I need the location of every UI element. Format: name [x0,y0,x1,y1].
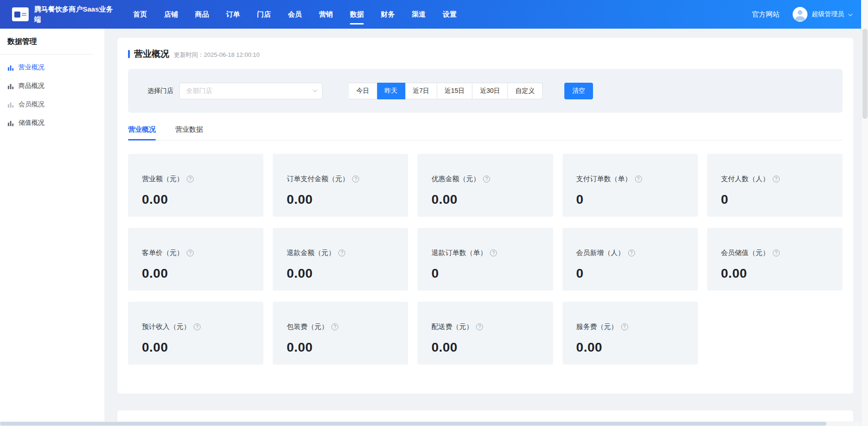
help-icon[interactable]: ? [194,323,201,330]
logo-icon [12,7,29,21]
stat-label: 支付人数（人） ? [721,175,843,183]
stat-card: 营业额（元） ? 0.00 [128,154,263,217]
sidebar-item[interactable]: 储值概况 [0,114,104,132]
help-icon[interactable]: ? [483,176,490,183]
stat-label-text: 包装费（元） [287,323,328,331]
stat-label: 订单支付金额（元） ? [287,175,408,183]
stat-label-text: 客单价（元） [142,249,183,257]
help-icon[interactable]: ? [773,176,780,183]
stat-value: 0.00 [431,192,553,207]
stat-value: 0.00 [287,192,408,207]
nav-item[interactable]: 数据 [350,0,364,29]
stat-label-text: 会员新增（人） [576,249,625,257]
chevron-down-icon [313,87,318,92]
help-icon[interactable]: ? [331,323,338,330]
help-icon[interactable]: ? [621,323,628,330]
date-range-button[interactable]: 近30日 [472,83,508,99]
nav-item[interactable]: 首页 [133,0,147,29]
official-website-link[interactable]: 官方网站 [752,10,780,19]
stat-label: 会员储值（元） ? [721,249,843,257]
vertical-scrollbar[interactable] [861,0,868,426]
vertical-scrollbar-thumb[interactable] [862,29,868,119]
stats-grid: 营业额（元） ? 0.00 订单支付金额（元） ? 0.00 [128,154,843,365]
bar-chart-icon [7,83,14,90]
stat-label-text: 预计收入（元） [142,323,190,331]
help-icon[interactable]: ? [338,250,345,256]
help-icon[interactable]: ? [187,250,194,256]
stat-value: 0 [431,266,553,281]
stat-card: 配送费（元） ? 0.00 [417,302,553,365]
sidebar-item[interactable]: 会员概况 [0,95,104,114]
sidebar-menu: 营业概况 商品概况 [0,55,104,132]
stat-value: 0.00 [142,340,263,355]
tab[interactable]: 营业概况 [128,125,156,140]
stat-card: 优惠金额（元） ? 0.00 [417,154,553,217]
stat-label: 营业额（元） ? [142,175,263,183]
stat-card: 支付订单数（单） ? 0 [562,154,698,217]
horizontal-scrollbar[interactable] [0,421,861,426]
date-range-button[interactable]: 昨天 [377,83,405,99]
stat-label-text: 订单支付金额（元） [287,175,349,183]
stat-value: 0.00 [431,340,553,355]
stat-card: 退款金额（元） ? 0.00 [273,228,408,291]
store-select[interactable]: 全部门店 [179,83,323,99]
stat-label-text: 会员储值（元） [721,249,770,257]
nav-item[interactable]: 财务 [381,0,395,29]
stat-label-text: 服务费（元） [576,323,618,331]
sidebar-item[interactable]: 商品概况 [0,77,104,95]
sidebar-item[interactable]: 营业概况 [0,58,104,77]
main-content: 营业概况 更新时间：2025-06-18 12:00:10 选择门店 全部门店 … [104,29,868,426]
user-icon [793,7,807,22]
bar-chart-icon [7,64,14,71]
bar-chart-icon [7,101,14,108]
nav-item[interactable]: 商品 [195,0,209,29]
overview-tabs: 营业概况 营业数据 [128,125,843,140]
help-icon[interactable]: ? [773,250,780,256]
stat-label: 支付订单数（单） ? [576,175,698,183]
nav-item[interactable]: 会员 [288,0,302,29]
tab[interactable]: 营业数据 [175,125,203,140]
help-icon[interactable]: ? [635,176,642,183]
horizontal-scrollbar-thumb[interactable] [0,422,826,426]
date-range-button[interactable]: 近7日 [405,83,437,99]
stat-label: 会员新增（人） ? [576,249,698,257]
stat-label: 优惠金额（元） ? [431,175,553,183]
business-overview-panel: 营业概况 更新时间：2025-06-18 12:00:10 选择门店 全部门店 … [117,38,853,394]
help-icon[interactable]: ? [352,176,359,183]
help-icon[interactable]: ? [187,176,194,183]
stat-value: 0.00 [142,266,263,281]
nav-item[interactable]: 营销 [319,0,333,29]
date-range-button[interactable]: 近15日 [437,83,473,99]
stat-card: 会员新增（人） ? 0 [562,228,698,291]
stat-label: 包装费（元） ? [287,323,408,331]
date-range-button[interactable]: 今日 [349,83,377,99]
stat-label: 配送费（元） ? [431,323,553,331]
stat-value: 0.00 [576,340,698,355]
help-icon[interactable]: ? [490,250,497,256]
bar-chart-icon [7,120,14,127]
clear-button[interactable]: 清空 [564,83,593,99]
help-icon[interactable]: ? [628,250,635,256]
nav-item[interactable]: 店铺 [164,0,178,29]
date-range-button[interactable]: 自定义 [508,83,543,99]
avatar [793,7,807,22]
stat-label: 预计收入（元） ? [142,323,263,331]
section-header: 营业概况 更新时间：2025-06-18 12:00:10 [128,48,843,60]
store-select-label: 选择门店 [147,87,173,95]
nav-item[interactable]: 门店 [257,0,271,29]
stat-value: 0.00 [721,266,843,281]
user-menu[interactable]: 超级管理员 [793,7,851,22]
stat-label-text: 退款订单数（单） [431,249,487,257]
nav-item[interactable]: 订单 [226,0,240,29]
nav-item[interactable]: 渠道 [412,0,426,29]
nav-item[interactable]: 设置 [443,0,457,29]
sidebar: 数据管理 营业概况 [0,29,104,426]
chevron-down-icon [848,12,853,16]
help-icon[interactable]: ? [476,323,483,330]
date-range-group: 今日 昨天 近7日 近15日 近30日 自定义 [349,83,543,99]
sidebar-item-label: 会员概况 [18,100,44,109]
store-select-placeholder: 全部门店 [186,87,212,95]
stat-label: 退款金额（元） ? [287,249,408,257]
stat-value: 0 [576,266,698,281]
app-title: 腾马餐饮多商户Saas业务端 [34,4,118,24]
